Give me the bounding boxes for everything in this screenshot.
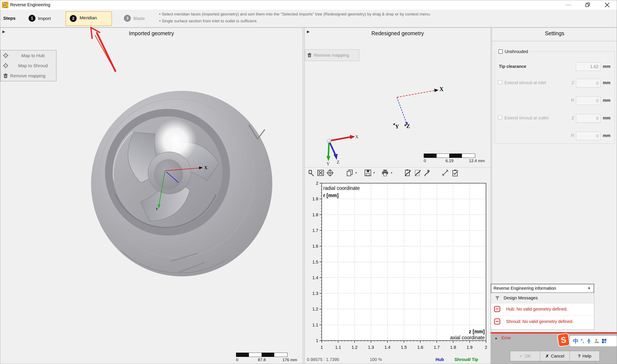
close-button[interactable] xyxy=(600,0,615,10)
y-tick-label: 1.1 xyxy=(312,323,318,327)
scale-bar: 0 6.19 12.4 mm xyxy=(424,154,475,163)
map-to-shroud-button[interactable]: Map to Shroud xyxy=(1,61,56,71)
ime-toolbar: 中 °, 9 xyxy=(570,336,617,346)
toolbox-icon[interactable] xyxy=(602,338,607,344)
remove-mapping-left-label: Remove mapping xyxy=(10,73,56,78)
inlet-z-input[interactable]: 0 xyxy=(576,79,601,87)
x-tick-label: 1.4 xyxy=(385,345,390,350)
info-dropdown[interactable]: Reverse Engineering information ▼ xyxy=(491,284,594,293)
message-row[interactable]: Shroud: No valid geometry defined. xyxy=(491,316,594,328)
tip-clearance-label: Tip clearance xyxy=(499,64,526,69)
panel-splitter[interactable] xyxy=(303,28,305,364)
cross-icon: ✗ xyxy=(545,353,549,359)
remove-mapping-label: Remove mapping xyxy=(314,53,349,58)
paste-curve-icon[interactable] xyxy=(404,169,412,177)
save-icon[interactable] xyxy=(364,169,372,177)
step-meridian[interactable]: Meridian xyxy=(80,15,97,20)
minimize-button[interactable] xyxy=(561,0,576,10)
center-icon[interactable] xyxy=(326,169,334,177)
print-dropdown-icon[interactable]: ▾ xyxy=(391,171,392,174)
copy-icon[interactable] xyxy=(346,169,354,177)
microphone-icon[interactable] xyxy=(586,338,592,344)
account-icon[interactable]: 9 xyxy=(594,338,599,344)
tip-clearance-unit: mm xyxy=(603,64,611,69)
extend-outlet-label: Extend shroud at outlet xyxy=(504,116,549,120)
apply-icon[interactable] xyxy=(451,169,459,177)
message-text: Hub: No valid geometry defined. xyxy=(506,307,568,312)
remove-curve-icon[interactable]: X xyxy=(423,169,431,177)
ok-button[interactable]: ✓ OK xyxy=(510,351,540,361)
instruction-line-2: • Single surface section from inlet to o… xyxy=(159,19,257,23)
cancel-label: Cancel xyxy=(551,354,564,359)
punctuation-icon[interactable]: °, xyxy=(581,338,584,344)
svg-text:X: X xyxy=(427,169,429,173)
y-tick-label: 1.2 xyxy=(312,307,318,311)
map-to-hub-label: Map to Hub xyxy=(10,53,56,58)
view-divider xyxy=(305,167,490,168)
y-tick-label: 2 xyxy=(316,181,318,185)
restore-button[interactable] xyxy=(580,0,595,10)
target-icon xyxy=(3,53,9,58)
step-blade[interactable]: Blade xyxy=(133,16,145,21)
sogou-logo-letter: S xyxy=(560,335,567,345)
chinese-mode-icon[interactable]: 中 xyxy=(573,337,578,345)
outlet-r-input[interactable]: 0 xyxy=(576,132,601,140)
x-tick-label: 1.1 xyxy=(335,345,341,350)
message-row[interactable]: Hub: No valid geometry defined. xyxy=(491,303,594,316)
design-messages-label: Design Messages xyxy=(504,296,538,300)
remove-mapping-button-left[interactable]: Remove mapping xyxy=(1,71,56,81)
settings-divider xyxy=(492,41,617,41)
zoom-icon[interactable] xyxy=(307,169,315,177)
meridian-chart[interactable]: 11.11.21.31.41.51.61.71.81.9221.91.81.71… xyxy=(305,180,490,357)
y-tick-label: 1 xyxy=(316,338,318,343)
info-dropdown-label: Reverse Engineering information xyxy=(493,286,556,291)
cancel-button[interactable]: ✗ Cancel xyxy=(540,351,570,361)
map-to-hub-button[interactable]: Map to Hub xyxy=(1,51,56,61)
step-import[interactable]: Import xyxy=(38,16,51,21)
info-panel: Reverse Engineering information ▼ Design… xyxy=(491,284,594,330)
x-tick-label: 1.5 xyxy=(401,345,407,350)
outlet-r-label: R xyxy=(571,133,574,138)
tip-clearance-input[interactable]: 1.62 xyxy=(576,62,601,71)
extend-inlet-checkbox[interactable] xyxy=(498,80,502,84)
design-messages-header[interactable]: Design Messages xyxy=(491,293,594,303)
inlet-z-unit: mm xyxy=(603,80,611,85)
import-curve-icon[interactable] xyxy=(414,169,422,177)
scale-mid: 6.19 xyxy=(446,158,454,163)
close-icon xyxy=(604,2,610,8)
legend-shroud-tip[interactable]: Shroud/ Tip xyxy=(454,357,478,362)
extend-outlet-checkbox[interactable] xyxy=(498,115,502,120)
title-bar: Reverse Engineering xyxy=(0,0,617,10)
impeller-3d-model[interactable]: X Y xyxy=(77,77,284,290)
steps-bar: Steps 1 Import 2 Meridian 3 Blade • Sele… xyxy=(0,10,617,28)
outlet-z-input[interactable]: 0 xyxy=(576,114,601,123)
step-3-badge: 3 xyxy=(124,15,131,22)
x-tick-label: 1.8 xyxy=(450,345,456,350)
copy-dropdown-icon[interactable]: ▾ xyxy=(355,171,357,174)
inlet-r-input[interactable]: 0 xyxy=(576,96,601,105)
unshrouded-checkbox[interactable] xyxy=(499,49,503,54)
sogou-logo[interactable]: S xyxy=(557,333,570,347)
save-dropdown-icon[interactable]: ▾ xyxy=(373,171,375,174)
redesigned-panel-title: Redesigned geometry xyxy=(305,30,490,37)
y-axis-unit: r [mm] xyxy=(323,193,339,198)
x-tick-label: 1.6 xyxy=(417,345,423,350)
unshrouded-row[interactable]: Unshrouded xyxy=(497,49,530,54)
outlet-z-label: Z xyxy=(571,116,574,120)
fit-view-icon[interactable] xyxy=(317,169,324,177)
print-icon[interactable] xyxy=(381,169,389,177)
x-tick-label: 1.2 xyxy=(352,345,358,350)
inlet-r-label: R xyxy=(571,98,574,103)
collapse-up-icon[interactable]: ▲ xyxy=(495,336,498,340)
axis-triad: X Y Z xyxy=(321,128,364,167)
x-tick-label: 1.7 xyxy=(434,345,440,350)
check-icon: ✓ xyxy=(519,353,523,359)
remove-mapping-button[interactable]: Remove mapping xyxy=(305,49,359,61)
x-tick-label: 1 xyxy=(321,345,323,350)
help-button[interactable]: ? Help xyxy=(569,351,599,361)
x-tick-label: 2 xyxy=(485,345,487,350)
measure-icon[interactable] xyxy=(441,169,449,177)
legend-hub[interactable]: Hub xyxy=(436,357,444,362)
step-meridian-highlight[interactable]: 2 Meridian xyxy=(65,11,112,26)
question-icon: ? xyxy=(578,354,580,359)
